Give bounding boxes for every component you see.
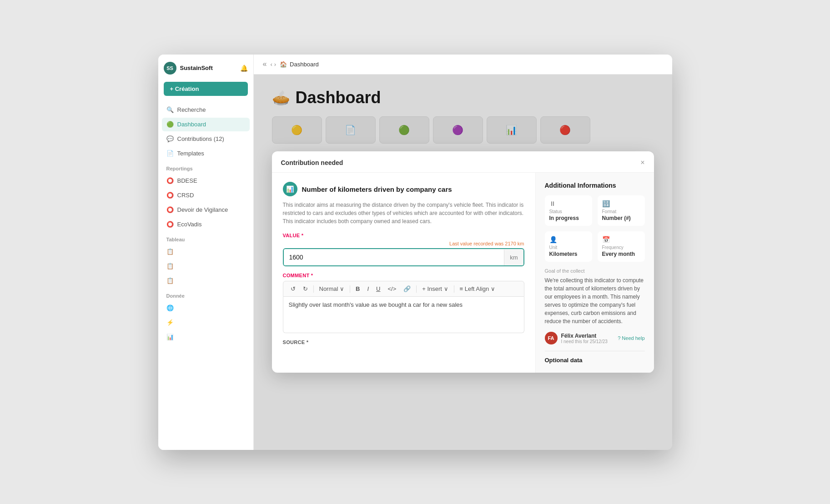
modal-overlay: Contribution needed × 📊 Number of kilome… bbox=[254, 75, 672, 450]
contribution-modal: Contribution needed × 📊 Number of kilome… bbox=[272, 151, 654, 373]
format-value: Number (#) bbox=[602, 215, 640, 221]
modal-right-panel: Additional Informations ⏸ Status In prog… bbox=[536, 173, 654, 373]
link-button[interactable]: 🔗 bbox=[401, 284, 413, 294]
bdese-icon: ⭕ bbox=[166, 177, 174, 185]
data-icon1: 🌐 bbox=[166, 304, 174, 312]
sidebar-item-label: Templates bbox=[177, 150, 204, 157]
editor-toolbar: ↺ ↻ Normal ∨ B I U </> 🔗 bbox=[283, 281, 524, 297]
sidebar-item-label: Devoir de Vigilance bbox=[177, 206, 228, 213]
sidebar-item-search[interactable]: 🔍 Recherche bbox=[162, 103, 250, 117]
goal-section: Goal of the collect We're collecting thi… bbox=[545, 268, 645, 325]
bell-icon[interactable]: 🔔 bbox=[240, 65, 248, 72]
sidebar-item-templates[interactable]: 📄 Templates bbox=[162, 147, 250, 160]
data-icon3: 📊 bbox=[166, 334, 174, 341]
toolbar-divider-1 bbox=[313, 285, 314, 293]
status-value: In progress bbox=[549, 215, 588, 221]
data-icon2: ⚡ bbox=[166, 319, 174, 326]
devoir-icon: ⭕ bbox=[166, 206, 174, 214]
user-info: FA Félix Averlant I need this for 25/12/… bbox=[545, 332, 608, 344]
user-row: FA Félix Averlant I need this for 25/12/… bbox=[545, 332, 645, 344]
modal-left-panel: 📊 Number of kilometers driven by company… bbox=[272, 173, 536, 373]
content-area: 🥧 Dashboard 🟡 📄 🟢 🟣 📊 🔴 🎓 SustainSoft Ac… bbox=[254, 75, 672, 450]
code-button[interactable]: </> bbox=[385, 284, 399, 294]
info-cell-format: 🔢 Format Number (#) bbox=[598, 195, 645, 226]
italic-button[interactable]: I bbox=[364, 284, 372, 294]
forward-icon[interactable]: › bbox=[274, 61, 276, 68]
align-dropdown-button[interactable]: ≡ Left Align ∨ bbox=[457, 284, 498, 294]
toolbar-divider-3 bbox=[416, 285, 417, 293]
sidebar-item-d1[interactable]: 🌐 bbox=[162, 301, 250, 315]
unit-value: Kilometers bbox=[549, 251, 588, 257]
sidebar-item-t1[interactable]: 📋 bbox=[162, 245, 250, 259]
sidebar-item-dashboard[interactable]: 🟢 Dashboard bbox=[162, 118, 250, 131]
sidebar-item-contributions[interactable]: 💬 Contributions (12) bbox=[162, 132, 250, 146]
sidebar-item-devoir[interactable]: ⭕ Devoir de Vigilance bbox=[162, 203, 250, 217]
redo-button[interactable]: ↻ bbox=[300, 284, 311, 294]
comment-field-label: COMMENT * bbox=[283, 273, 524, 278]
comment-text: Slightly over last month's value as we b… bbox=[289, 301, 463, 308]
frequency-label: Frequency bbox=[602, 245, 640, 250]
dashboard-icon: 🟢 bbox=[166, 121, 174, 128]
tableaux-label: Tableau bbox=[158, 231, 253, 245]
modal-close-button[interactable]: × bbox=[640, 159, 644, 167]
sidebar-item-label: CRSD bbox=[177, 192, 194, 199]
indicator-icon: 📊 bbox=[283, 182, 297, 196]
format-label: Format bbox=[602, 209, 640, 214]
unit-label: Unit bbox=[549, 245, 588, 250]
frequency-value: Every month bbox=[602, 251, 640, 257]
value-unit: km bbox=[504, 250, 523, 265]
sidebar-item-crsd[interactable]: ⭕ CRSD bbox=[162, 189, 250, 202]
crsd-icon: ⭕ bbox=[166, 192, 174, 199]
indicator-title: Number of kilometers driven by company c… bbox=[302, 185, 452, 193]
info-cell-unit: 👤 Unit Kilometers bbox=[545, 231, 592, 262]
insert-dropdown-button[interactable]: + Insert ∨ bbox=[419, 284, 451, 294]
goal-text: We're collecting this indicator to compu… bbox=[545, 276, 645, 325]
value-field-label: VALUE * bbox=[283, 233, 524, 238]
collapse-chevrons: « bbox=[263, 60, 267, 68]
user-avatar: FA bbox=[545, 332, 558, 344]
reportings-nav: ⭕ BDESE ⭕ CRSD ⭕ Devoir de Vigilance ⭕ E… bbox=[158, 174, 253, 231]
tableaux-nav: 📋 📋 📋 bbox=[158, 245, 253, 288]
format-dropdown-button[interactable]: Normal ∨ bbox=[317, 284, 347, 294]
sidebar-item-t3[interactable]: 📋 bbox=[162, 274, 250, 288]
topbar-current: 🏠 Dashboard bbox=[280, 61, 319, 68]
sidebar: SS SustainSoft 🔔 + Création 🔍 Recherche … bbox=[158, 55, 254, 450]
bold-button[interactable]: B bbox=[353, 284, 362, 294]
format-icon: 🔢 bbox=[602, 200, 640, 207]
value-input[interactable] bbox=[284, 249, 504, 265]
modal-body: 📊 Number of kilometers driven by company… bbox=[272, 173, 654, 373]
sidebar-item-d3[interactable]: 📊 bbox=[162, 330, 250, 344]
search-icon: 🔍 bbox=[166, 106, 174, 114]
value-input-row: km bbox=[283, 248, 524, 266]
collapse-icon[interactable]: « bbox=[263, 60, 267, 68]
main-area: « ‹ › 🏠 Dashboard 🥧 Dashboard 🟡 📄 🟢 bbox=[254, 55, 672, 450]
sidebar-item-ecovadis[interactable]: ⭕ EcoVadis bbox=[162, 218, 250, 231]
info-cell-status: ⏸ Status In progress bbox=[545, 195, 592, 226]
templates-icon: 📄 bbox=[166, 150, 174, 157]
table-icon: 📋 bbox=[166, 248, 174, 255]
sidebar-item-d2[interactable]: ⚡ bbox=[162, 316, 250, 329]
need-help-button[interactable]: ? Need help bbox=[618, 335, 644, 341]
creation-button[interactable]: + Création bbox=[164, 82, 248, 96]
donnees-nav: 🌐 ⚡ 📊 bbox=[158, 301, 253, 344]
toolbar-divider-4 bbox=[454, 285, 454, 293]
back-icon[interactable]: ‹ bbox=[270, 61, 272, 68]
topbar: « ‹ › 🏠 Dashboard bbox=[254, 55, 672, 75]
reportings-label: Reportings bbox=[158, 160, 253, 174]
sidebar-item-t2[interactable]: 📋 bbox=[162, 259, 250, 273]
source-field-label: SOURCE * bbox=[283, 339, 524, 345]
app-window: SS SustainSoft 🔔 + Création 🔍 Recherche … bbox=[158, 55, 672, 450]
goal-label: Goal of the collect bbox=[545, 268, 645, 274]
undo-button[interactable]: ↺ bbox=[288, 284, 298, 294]
source-field: SOURCE * bbox=[283, 339, 524, 345]
user-name: Félix Averlant bbox=[561, 333, 608, 339]
underline-button[interactable]: U bbox=[373, 284, 383, 294]
indicator-header: 📊 Number of kilometers driven by company… bbox=[283, 182, 524, 196]
contributions-icon: 💬 bbox=[166, 135, 174, 143]
topbar-nav: ‹ › bbox=[270, 61, 276, 68]
sidebar-item-bdese[interactable]: ⭕ BDESE bbox=[162, 174, 250, 188]
status-icon: ⏸ bbox=[549, 200, 588, 207]
comment-editor[interactable]: Slightly over last month's value as we b… bbox=[283, 297, 524, 333]
info-grid: ⏸ Status In progress 🔢 Format Number (#) bbox=[545, 195, 645, 262]
table-icon2: 📋 bbox=[166, 263, 174, 270]
